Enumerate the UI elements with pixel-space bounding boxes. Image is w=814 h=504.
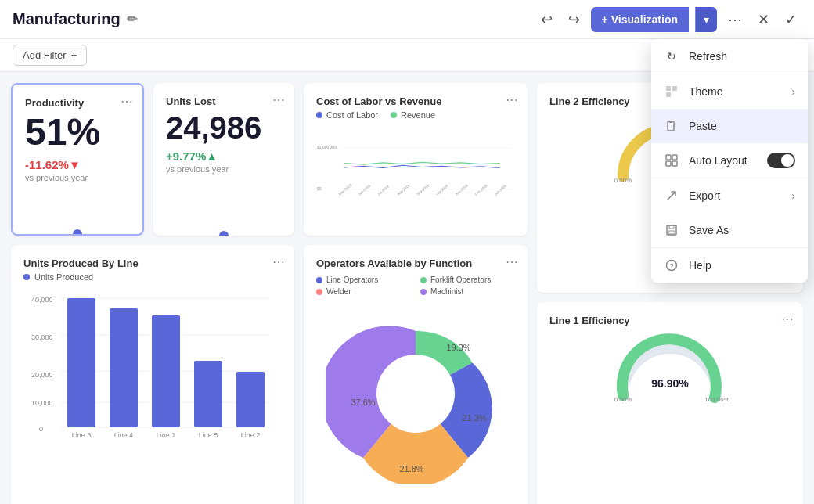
- dashboard: Productivity ⋯ 51% -11.62%▼ vs previous …: [0, 72, 814, 504]
- svg-text:$2,000,000: $2,000,000: [317, 146, 337, 149]
- svg-text:10,000: 10,000: [31, 399, 53, 407]
- more-button[interactable]: ⋯: [723, 6, 747, 33]
- svg-text:Aug-2019: Aug-2019: [396, 183, 410, 196]
- productivity-title: Productivity: [25, 97, 130, 109]
- operators-title: Operators Available by Function: [316, 257, 515, 269]
- svg-text:May-2019: May-2019: [338, 183, 353, 196]
- filter-bar: Add Filter +: [0, 39, 814, 72]
- svg-text:Line 5: Line 5: [199, 431, 218, 439]
- add-filter-label: Add Filter: [23, 49, 67, 61]
- header-actions: ↩ ↪ + Visualization ▾ ⋯ ✕ ✓: [536, 6, 801, 33]
- legend-cost: Cost of Labor: [316, 110, 378, 120]
- line2-efficiency-title: Line 2 Efficiency: [549, 95, 791, 107]
- line2-gauge: 49.05% 0.00% 100.00%: [549, 113, 791, 184]
- check-button[interactable]: ✓: [780, 6, 801, 33]
- legend-welder: Welder: [316, 287, 411, 296]
- productivity-card: Productivity ⋯ 51% -11.62%▼ vs previous …: [11, 83, 144, 236]
- legend-forklift: Forklift Operators: [420, 275, 515, 284]
- cost-of-labor-menu[interactable]: ⋯: [506, 92, 518, 107]
- svg-text:0.00%: 0.00%: [614, 177, 632, 184]
- legend-line-operators: Line Operators: [316, 275, 411, 284]
- svg-text:37.6%: 37.6%: [351, 398, 375, 407]
- units-lost-vs-label: vs previous year: [166, 164, 282, 174]
- operators-donut-chart: 19.3% 21.3% 21.8% 37.6%: [326, 304, 506, 484]
- title-text: Manufacturing: [13, 10, 121, 28]
- svg-text:Jan-2020: Jan-2020: [494, 184, 508, 196]
- units-produced-menu[interactable]: ⋯: [272, 254, 285, 269]
- bar-line4: [110, 308, 138, 427]
- donut-hole: [376, 355, 455, 433]
- productivity-change: -11.62%▼: [25, 158, 81, 171]
- legend-dot-welder: [316, 289, 322, 295]
- visualization-button[interactable]: + Visualization: [591, 7, 689, 32]
- svg-text:Jun-2019: Jun-2019: [358, 184, 372, 196]
- legend-label-cost: Cost of Labor: [326, 110, 378, 120]
- header: Manufacturing ✏ ↩ ↪ + Visualization ▾ ⋯ …: [0, 0, 814, 39]
- units-lost-title: Units Lost: [166, 95, 282, 107]
- svg-text:100.00%: 100.00%: [704, 396, 729, 403]
- svg-text:19.3%: 19.3%: [446, 343, 470, 352]
- add-filter-icon: +: [71, 49, 77, 61]
- svg-text:0.00%: 0.00%: [614, 396, 632, 403]
- svg-text:Line 1: Line 1: [157, 431, 176, 439]
- legend-line-op-label: Line Operators: [326, 275, 378, 284]
- units-produced-legend-label: Units Produced: [34, 272, 93, 282]
- cost-of-labor-chart: $2,000,000 $0 May-2019 Jun-2019 Jul-2019…: [316, 124, 515, 211]
- units-produced-card: Units Produced By Line ⋯ Units Produced …: [11, 245, 294, 504]
- svg-text:Line 4: Line 4: [114, 431, 134, 439]
- line1-efficiency-menu[interactable]: ⋯: [781, 311, 794, 326]
- line2-efficiency-menu[interactable]: ⋯: [781, 92, 794, 107]
- legend-welder-label: Welder: [326, 287, 351, 296]
- units-produced-title: Units Produced By Line: [23, 257, 282, 269]
- units-lost-card: Units Lost ⋯ 24,986 +9.77%▲ vs previous …: [153, 83, 294, 236]
- svg-text:Line 3: Line 3: [72, 431, 92, 439]
- svg-text:100.00%: 100.00%: [704, 177, 729, 184]
- bar-line2: [236, 372, 265, 427]
- svg-text:0: 0: [39, 425, 43, 433]
- svg-text:Dec-2019: Dec-2019: [474, 183, 488, 196]
- legend-revenue: Revenue: [391, 110, 435, 120]
- productivity-menu[interactable]: ⋯: [121, 94, 133, 109]
- productivity-value: 51%: [25, 112, 130, 153]
- line1-efficiency-card: Line 1 Efficiency ⋯ 96.90% 0.00% 100.00%: [537, 302, 803, 505]
- line1-gauge-svg: 96.90% 0.00% 100.00%: [607, 333, 733, 403]
- units-lost-change: +9.77%▲: [166, 149, 218, 163]
- svg-text:$0: $0: [317, 187, 322, 191]
- units-produced-legend-dot: [23, 274, 30, 280]
- units-lost-drag-handle[interactable]: [219, 231, 229, 236]
- svg-text:21.3%: 21.3%: [462, 413, 486, 423]
- svg-text:40,000: 40,000: [31, 296, 53, 304]
- legend-forklift-label: Forklift Operators: [430, 275, 491, 284]
- svg-text:49.05%: 49.05%: [651, 158, 689, 171]
- svg-text:Oct-2019: Oct-2019: [435, 184, 449, 196]
- line1-efficiency-title: Line 1 Efficiency: [549, 315, 791, 326]
- line2-gauge-svg: 49.05% 0.00% 100.00%: [607, 113, 733, 184]
- cost-legend: Cost of Labor Revenue: [316, 110, 515, 120]
- legend-dot-forklift: [420, 277, 427, 283]
- units-lost-menu[interactable]: ⋯: [272, 92, 285, 107]
- operators-menu[interactable]: ⋯: [506, 254, 518, 269]
- cost-of-labor-title: Cost of Labor vs Revenue: [316, 95, 515, 107]
- svg-text:Nov-2019: Nov-2019: [455, 183, 469, 196]
- drag-handle-bottom[interactable]: [73, 229, 82, 236]
- add-filter-button[interactable]: Add Filter +: [13, 45, 87, 66]
- productivity-vs-label: vs previous year: [25, 173, 130, 182]
- cost-of-labor-card: Cost of Labor vs Revenue ⋯ Cost of Labor…: [304, 83, 528, 236]
- svg-text:96.90%: 96.90%: [651, 377, 689, 390]
- line1-gauge: 96.90% 0.00% 100.00%: [549, 333, 791, 403]
- line2-efficiency-card: Line 2 Efficiency ⋯ 49.05% 0.00% 100.00%: [537, 83, 803, 293]
- operators-legend: Line Operators Forklift Operators Welder…: [316, 275, 515, 296]
- efficiency-container: Line 2 Efficiency ⋯ 49.05% 0.00% 100.00%…: [537, 83, 803, 504]
- redo-button[interactable]: ↪: [564, 6, 585, 33]
- legend-dot-cost: [316, 112, 322, 118]
- svg-text:Line 2: Line 2: [241, 431, 261, 439]
- legend-dot-line-op: [316, 277, 322, 283]
- visualization-chevron[interactable]: ▾: [695, 7, 717, 32]
- svg-text:30,000: 30,000: [31, 333, 53, 341]
- undo-button[interactable]: ↩: [536, 6, 557, 33]
- edit-icon[interactable]: ✏: [127, 12, 137, 27]
- svg-text:20,000: 20,000: [31, 371, 53, 379]
- close-button[interactable]: ✕: [753, 6, 774, 33]
- units-lost-value: 24,986: [166, 110, 282, 145]
- legend-label-revenue: Revenue: [401, 110, 435, 120]
